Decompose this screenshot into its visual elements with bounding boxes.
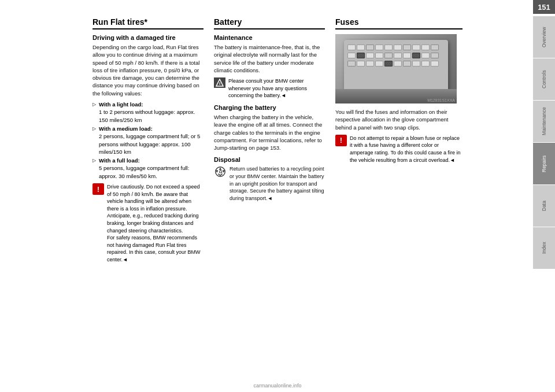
run-flat-warning: ! Drive cautiously. Do not exceed a spee… — [92, 183, 204, 264]
bullet-icon-3: ▷ — [92, 157, 97, 180]
charging-para: When charging the battery in the vehicle… — [214, 113, 325, 151]
bullet-light-load: ▷ With a light load: 1 to 2 persons with… — [92, 101, 204, 124]
page-watermark: carmanualonline.info — [253, 383, 301, 389]
chapter-tabs: Overview Controls Maintenance Repairs Da… — [533, 16, 555, 269]
battery-info-text: Please consult your BMW center whenever … — [228, 77, 325, 99]
disposal-heading: Disposal — [214, 156, 325, 163]
battery-para1: The battery is maintenance-free, that is… — [214, 43, 325, 74]
fuses-section: Fuses — [335, 17, 468, 380]
bullet3-text: 5 persons, luggage compartment full: app… — [99, 165, 189, 179]
left-margin — [0, 0, 92, 392]
fuses-title: Fuses — [335, 17, 462, 29]
battery-title: Battery — [214, 17, 325, 29]
warning-icon-1: ! — [92, 183, 104, 195]
bullet1-label: With a light load: — [99, 101, 143, 108]
bullet-medium-load: ▷ With a medium load: 2 persons, luggage… — [92, 125, 204, 156]
bullet-icon-2: ▷ — [92, 125, 97, 156]
bullet2-label: With a medium load: — [99, 125, 153, 132]
driving-damaged-heading: Driving with a damaged tire — [92, 34, 204, 41]
info-icon-battery: i — [214, 77, 225, 88]
tab-repairs[interactable]: Repairs — [533, 143, 555, 184]
fuses-warning-text: Do not attempt to repair a blown fuse or… — [350, 135, 462, 164]
tab-overview[interactable]: Overview — [533, 16, 555, 58]
run-flat-warning-text: Drive cautiously. Do not exceed a speed … — [107, 183, 204, 264]
fuses-warning: ! Do not attempt to repair a blown fuse … — [335, 135, 462, 164]
disposal-text: Return used batteries to a recycling poi… — [230, 165, 325, 202]
bullet-icon-1: ▷ — [92, 101, 97, 124]
run-flat-tires-section: Run Flat tires* Driving with a damaged t… — [92, 17, 214, 380]
bullet-full-load: ▷ With a full load: 5 persons, luggage c… — [92, 157, 204, 180]
right-sidebar: 151 Overview Controls Maintenance Repair… — [526, 0, 555, 392]
svg-text:♻: ♻ — [219, 169, 223, 175]
image-watermark: M12831S1XXA — [427, 98, 455, 102]
warning-icon-fuses: ! — [335, 135, 347, 146]
tab-data[interactable]: Data — [533, 185, 555, 227]
fuses-para1: You will find the fuses and information … — [335, 108, 462, 131]
battery-section: Battery Maintenance The battery is maint… — [214, 17, 335, 380]
svg-text:i: i — [219, 81, 220, 86]
tab-maintenance[interactable]: Maintenance — [533, 101, 555, 142]
tab-controls[interactable]: Controls — [533, 58, 555, 100]
tab-index[interactable]: Index — [533, 227, 555, 269]
run-flat-para1: Depending on the cargo load, Run Flat ti… — [92, 43, 204, 97]
bullet3-label: With a full load: — [99, 157, 140, 164]
fuse-image: M12831S1XXA — [335, 34, 457, 103]
bullet2-text: 2 persons, luggage compartment full; or … — [99, 133, 200, 155]
battery-info-box: i Please consult your BMW center wheneve… — [214, 77, 325, 99]
recycle-icon: ♻ — [214, 165, 227, 178]
disposal-row: ♻ Return used batteries to a recycling p… — [214, 165, 325, 205]
bullet1-text: 1 to 2 persons without luggage: approx. … — [99, 109, 195, 123]
page-number: 151 — [533, 0, 555, 14]
run-flat-title: Run Flat tires* — [92, 17, 204, 29]
charging-heading: Charging the battery — [214, 104, 325, 111]
maintenance-heading: Maintenance — [214, 34, 325, 41]
fuse-image-bg — [335, 34, 457, 103]
